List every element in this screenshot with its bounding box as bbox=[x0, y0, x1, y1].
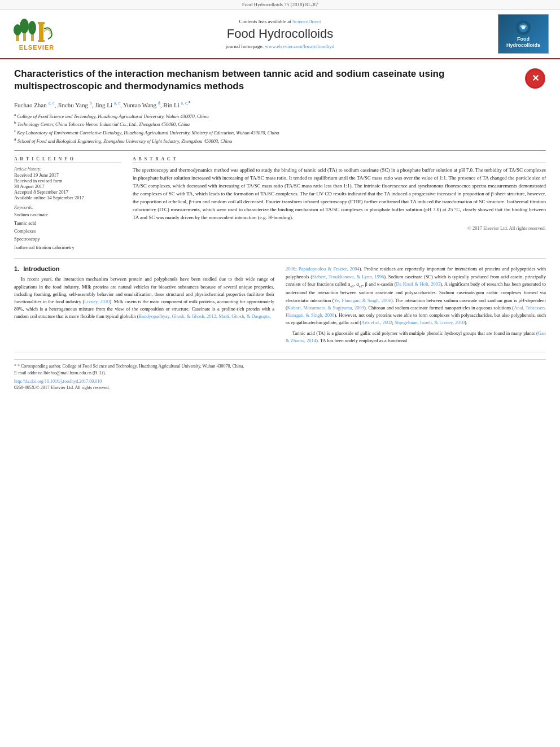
abstract-header: A B S T R A C T bbox=[133, 156, 546, 163]
contents-line: Contents lists available at ScienceDirec… bbox=[62, 19, 498, 24]
author-5: Bin Li a, c,* bbox=[163, 102, 190, 108]
accepted-date: Accepted 8 September 2017 bbox=[14, 189, 121, 195]
svg-rect-8 bbox=[38, 40, 45, 42]
ref-ye: Ye, Flanagan, & Singh, 2006 bbox=[334, 298, 391, 303]
sciencedirect-link[interactable]: ScienceDirect bbox=[292, 19, 321, 24]
intro-right: 2006; Papadopoulou & Frazier, 2004). Pro… bbox=[286, 265, 546, 344]
section-divider bbox=[14, 258, 546, 259]
keywords-section: Keywords: Sodium caseinate Tannic acid C… bbox=[14, 205, 121, 251]
email-link[interactable]: lbinfoo@mail.hzau.edu.cn bbox=[43, 370, 91, 375]
ref-kobori: Kobori, Matsumoto, & Sugiyama, 2009 bbox=[287, 305, 364, 311]
ref-gao: Gao & Zharov, 2014 bbox=[286, 330, 546, 343]
journal-title: Food Hydrocolloids bbox=[62, 27, 498, 41]
svg-point-3 bbox=[20, 19, 29, 33]
revised-date: 30 August 2017 bbox=[14, 184, 121, 189]
affil-c: c Key Laboratory of Environment Correlat… bbox=[14, 128, 546, 137]
svg-text:✕: ✕ bbox=[532, 73, 539, 83]
citation-bar: Food Hydrocolloids 75 (2018) 81–87 bbox=[0, 0, 560, 10]
article-info-column: A R T I C L E I N F O Article history: R… bbox=[14, 156, 121, 251]
keyword-1: Sodium caseinate bbox=[14, 211, 121, 219]
article-info-header: A R T I C L E I N F O bbox=[14, 156, 121, 163]
revised-label: Received in revised form bbox=[14, 178, 121, 184]
section-number: 1. bbox=[14, 265, 19, 272]
ref-maiti: Maiti, Ghosh, & Dasgupta, bbox=[219, 313, 271, 319]
svg-point-5 bbox=[28, 21, 36, 34]
ref-siebert: Siebert, Troukhanova, & Lynn, 1996 bbox=[312, 274, 384, 279]
journal-logo-title: FoodHydrocolloids bbox=[506, 36, 540, 49]
keyword-2: Tannic acid bbox=[14, 219, 121, 227]
svg-rect-7 bbox=[38, 22, 45, 24]
intro-paragraph-3: Tannic acid (TA) is a glucoside of galli… bbox=[286, 330, 546, 344]
keyword-3: Complexes bbox=[14, 227, 121, 235]
intro-paragraph-1: In recent years, the interaction mechani… bbox=[14, 276, 274, 320]
paper-content: ✕ Characteristics of the interaction mec… bbox=[0, 59, 560, 399]
svg-point-11 bbox=[522, 26, 525, 29]
affil-a: a College of Food Science and Technology… bbox=[14, 112, 546, 120]
issn-line: 0268-005X/© 2017 Elsevier Ltd. All right… bbox=[14, 385, 546, 390]
intro-left: 1. Introduction In recent years, the int… bbox=[14, 265, 274, 344]
journal-logo-right: FoodHydrocolloids bbox=[498, 14, 549, 54]
keywords-label: Keywords: bbox=[14, 205, 121, 210]
intro-title: 1. Introduction bbox=[14, 265, 274, 272]
abstract-column: A B S T R A C T The spectroscopy and the… bbox=[133, 156, 546, 251]
intro-paragraph-2: 2006; Papadopoulou & Frazier, 2004). Pro… bbox=[286, 265, 546, 326]
ref-bandyo: Bandyopadhyay, Ghosh, & Ghosh, 2012 bbox=[138, 313, 216, 319]
ref-shpig: Shpigelman, Israeli, & Livney, 2010 bbox=[395, 320, 465, 325]
star-footnote: * * Corresponding author. College of Foo… bbox=[14, 363, 546, 370]
online-date: Available online 14 September 2017 bbox=[14, 195, 121, 200]
email-footnote: E-mail address: lbinfoo@mail.hzau.edu.cn… bbox=[14, 370, 546, 377]
ref-arts: Arts et al., 2002 bbox=[361, 320, 392, 325]
elsevier-tree-icon bbox=[13, 18, 61, 43]
author-2: Jinchu Yang b, bbox=[58, 102, 93, 108]
article-info-abstract: A R T I C L E I N F O Article history: R… bbox=[14, 150, 546, 251]
author-4: Yuntao Wang d, bbox=[123, 102, 162, 108]
affil-d: d School of Food and Biological Engineer… bbox=[14, 137, 546, 145]
author-1: Fuchao Zhan a, c, bbox=[14, 102, 56, 108]
authors-line: Fuchao Zhan a, c, Jinchu Yang b, Jing Li… bbox=[14, 101, 546, 108]
ref-papa: Papadopoulou & Frazier, 2004 bbox=[299, 266, 360, 272]
affiliations: a College of Food Science and Technology… bbox=[14, 112, 546, 145]
journal-center: Contents lists available at ScienceDirec… bbox=[62, 19, 498, 49]
affil-b: b Technology Center, China Tobacco Henan… bbox=[14, 120, 546, 128]
received-date: Received 19 June 2017 bbox=[14, 172, 121, 178]
svg-rect-6 bbox=[39, 23, 43, 41]
author-3: Jing Li a, c, bbox=[95, 102, 121, 108]
journal-logo-icon bbox=[512, 19, 535, 36]
introduction-section: 1. Introduction In recent years, the int… bbox=[14, 265, 546, 344]
elsevier-logo: ELSEVIER bbox=[11, 18, 62, 51]
journal-homepage: journal homepage: www.elsevier.com/locat… bbox=[62, 43, 498, 49]
footnote-divider bbox=[14, 352, 546, 352]
crossmark-icon: ✕ bbox=[524, 68, 546, 89]
ref-2006: 2006 bbox=[286, 266, 295, 272]
citation-text: Food Hydrocolloids 75 (2018) 81–87 bbox=[242, 2, 318, 7]
svg-rect-4 bbox=[31, 33, 34, 41]
paper-title: Characteristics of the interaction mecha… bbox=[14, 68, 454, 93]
section-title-text: Introduction bbox=[23, 265, 59, 272]
footnote-section: * * Corresponding author. College of Foo… bbox=[14, 359, 546, 390]
keyword-4: Spectroscopy bbox=[14, 235, 121, 243]
journal-header: ELSEVIER Contents lists available at Sci… bbox=[0, 10, 560, 59]
ref-dekruif: De Kruif & Holt, 2003 bbox=[396, 281, 441, 287]
copyright-line: © 2017 Elsevier Ltd. All rights reserved… bbox=[133, 225, 546, 231]
ref-livney: Livney, 2010 bbox=[84, 299, 110, 304]
keyword-5: Isothermal titration calorimetry bbox=[14, 243, 121, 251]
elsevier-wordmark: ELSEVIER bbox=[19, 44, 54, 51]
history-label: Article history: bbox=[14, 167, 121, 172]
homepage-link[interactable]: www.elsevier.com/locate/foodhyd bbox=[265, 43, 334, 49]
abstract-text: The spectroscopy and thermodynamics meth… bbox=[133, 167, 546, 222]
doi-line[interactable]: http://dx.doi.org/10.1016/j.foodhyd.2017… bbox=[14, 379, 546, 384]
